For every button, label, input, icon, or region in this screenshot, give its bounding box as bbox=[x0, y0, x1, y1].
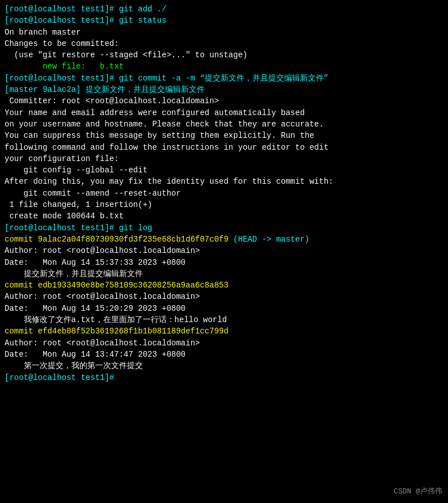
terminal-line: [root@localhost test1]# git commit -a -m… bbox=[5, 73, 443, 84]
terminal-line: (use "git restore --staged <file>..." to… bbox=[5, 49, 443, 61]
terminal-line: Changes to be committed: bbox=[5, 38, 443, 49]
terminal-line: [root@localhost test1]# git add ./ bbox=[5, 3, 443, 15]
terminal-line: Committer: root <root@localhost.localdom… bbox=[5, 95, 443, 107]
terminal-line: git commit --amend --reset-author bbox=[5, 188, 443, 199]
terminal-line: on your username and hostname. Please ch… bbox=[5, 119, 443, 130]
terminal-line: commit efd4eb08f52b3619268f1b1b081189def… bbox=[5, 326, 443, 337]
terminal-line: Your name and email address were configu… bbox=[5, 107, 443, 119]
terminal-line: create mode 100644 b.txt bbox=[5, 210, 443, 222]
terminal-line: Date: Mon Aug 14 15:37:33 2023 +0800 bbox=[5, 257, 443, 268]
terminal-line: 第一次提交，我的第一次文件提交 bbox=[5, 360, 443, 371]
terminal-line: Date: Mon Aug 14 13:47:47 2023 +0800 bbox=[5, 349, 443, 360]
watermark: CSDN @卢伟伟 bbox=[394, 487, 442, 497]
terminal-line: You can suppress this message by setting… bbox=[5, 130, 443, 141]
terminal-line: your configuration file: bbox=[5, 153, 443, 164]
terminal-line: 我修改了文件a.txt，在里面加了一行话：hello world bbox=[5, 314, 443, 326]
terminal-line: [root@localhost test1]# git log bbox=[5, 222, 443, 234]
terminal-line: After doing this, you may fix the identi… bbox=[5, 176, 443, 187]
terminal-line: Author: root <root@localhost.localdomain… bbox=[5, 245, 443, 256]
terminal-line: Author: root <root@localhost.localdomain… bbox=[5, 337, 443, 349]
terminal-content: [root@localhost test1]# git add ./[root@… bbox=[5, 3, 443, 383]
terminal-line: [root@localhost test1]# bbox=[5, 372, 443, 383]
terminal-line: new file: b.txt bbox=[5, 61, 443, 72]
terminal-line: [master 9alac2a] 提交新文件，并且提交编辑新文件 bbox=[5, 84, 443, 95]
terminal-line: commit edb1933490e8be758109c36208256a9aa… bbox=[5, 280, 443, 291]
terminal-line: Author: root <root@localhost.localdomain… bbox=[5, 291, 443, 302]
terminal-line: On branch master bbox=[5, 27, 443, 38]
terminal-line: [root@localhost test1]# git status bbox=[5, 15, 443, 26]
terminal-line: commit 9alac2a04f80730930fd3f235e68cb1d6… bbox=[5, 234, 443, 245]
terminal[interactable]: [root@localhost test1]# git add ./[root@… bbox=[0, 0, 448, 503]
terminal-line: git config --global --edit bbox=[5, 164, 443, 176]
terminal-line: 提交新文件，并且提交编辑新文件 bbox=[5, 268, 443, 280]
terminal-line: Date: Mon Aug 14 15:20:29 2023 +0800 bbox=[5, 303, 443, 314]
terminal-line: 1 file changed, 1 insertion(+) bbox=[5, 199, 443, 210]
terminal-line: following command and follow the instruc… bbox=[5, 142, 443, 153]
